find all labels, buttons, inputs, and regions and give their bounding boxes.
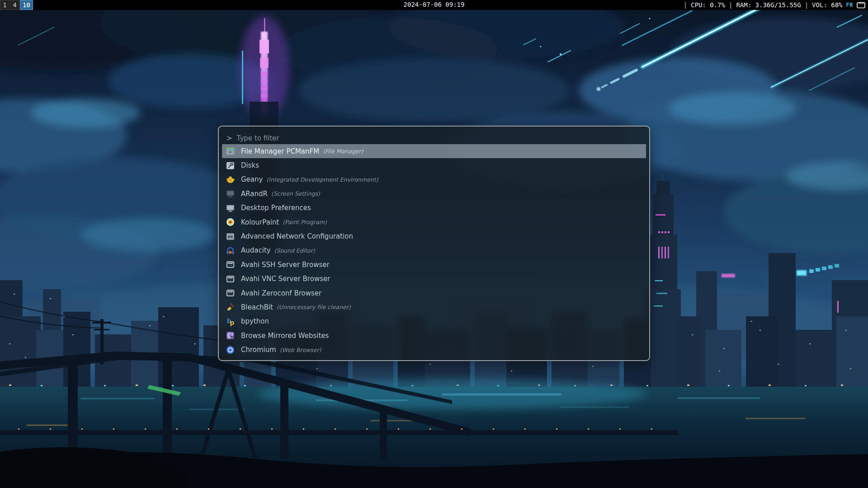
launcher-item-avahi-ssh-server-browser[interactable]: Avahi SSH Server Browser <box>222 258 646 272</box>
workspace-4[interactable]: 4 <box>10 0 19 10</box>
separator: | <box>684 1 687 9</box>
launcher-item-geany[interactable]: Geany (Integrated Development Environmen… <box>222 173 646 187</box>
app-launcher: > Type to filter File Manager PCManFM (F… <box>218 126 650 361</box>
launcher-item-arandr[interactable]: ARandR (Screen Settings) <box>222 187 646 201</box>
kolourpaint-icon <box>226 217 235 227</box>
pcmanfm-icon <box>226 146 235 156</box>
avahi-icon <box>226 274 235 284</box>
desktop-preferences-icon <box>226 203 235 213</box>
launcher-item-avahi-zeroconf-browser[interactable]: Avahi Zeroconf Browser <box>222 286 646 300</box>
launcher-item-browse-mirrored-websites[interactable]: Browse Mirrored Websites <box>222 328 646 343</box>
bpython-icon: bp <box>226 317 235 326</box>
launcher-item-disks[interactable]: Disks <box>222 158 646 172</box>
keyboard-layout-indicator[interactable]: FR <box>846 2 853 8</box>
launcher-item-file-manager-pcmanfm[interactable]: File Manager PCManFM (File Manager) <box>222 144 646 158</box>
workspace-10[interactable]: 10 <box>20 0 33 10</box>
chromium-icon <box>226 345 235 355</box>
launcher-item-avahi-vnc-server-browser[interactable]: Avahi VNC Server Browser <box>222 272 646 286</box>
geany-icon <box>226 175 235 184</box>
avahi-icon <box>226 260 235 269</box>
workspace-list: 1410 <box>0 0 33 10</box>
cpu-stat: CPU: 0.7% <box>691 1 725 9</box>
launcher-item-audacity[interactable]: Audacity (Sound Editor) <box>222 244 646 258</box>
workspace-1[interactable]: 1 <box>0 0 9 10</box>
launcher-item-kolourpaint[interactable]: KolourPaint (Paint Program) <box>222 215 646 229</box>
status-area: |CPU: 0.7%|RAM: 3.36G/15.55G|VOL: 68% FR <box>684 1 868 9</box>
filter-input[interactable]: > Type to filter <box>222 132 646 144</box>
bleachbit-icon <box>226 302 235 312</box>
svg-text:p: p <box>230 319 234 326</box>
desktop: 1410 2024-07-06 09:19 |CPU: 0.7%|RAM: 3.… <box>0 0 868 488</box>
audacity-icon <box>226 246 235 255</box>
arandr-icon <box>226 189 235 198</box>
status-segments: |CPU: 0.7%|RAM: 3.36G/15.55G|VOL: 68% <box>684 1 843 9</box>
separator: | <box>729 1 732 9</box>
launcher-item-chromium[interactable]: Chromium (Web Browser) <box>222 343 646 357</box>
top-bar: 1410 2024-07-06 09:19 |CPU: 0.7%|RAM: 3.… <box>0 0 868 10</box>
launcher-item-bpython[interactable]: bp bpython <box>222 314 646 328</box>
vol-stat: VOL: 68% <box>812 1 842 9</box>
launcher-item-advanced-network-configuration[interactable]: Advanced Network Configuration <box>222 229 646 243</box>
app-list: File Manager PCManFM (File Manager) Disk… <box>222 144 646 357</box>
clock: 2024-07-06 09:19 <box>404 1 465 8</box>
network-card-icon <box>226 232 235 241</box>
separator: | <box>805 1 808 9</box>
mirror-browse-icon <box>226 331 235 340</box>
disks-icon <box>226 161 235 170</box>
launcher-item-bleachbit[interactable]: BleachBit (Unnecessary file cleaner) <box>222 300 646 314</box>
launcher-item-desktop-preferences[interactable]: Desktop Preferences <box>222 201 646 215</box>
prompt-symbol: > <box>226 134 232 142</box>
ram-stat: RAM: 3.36G/15.55G <box>736 1 801 9</box>
avahi-icon <box>226 288 235 298</box>
filter-placeholder: Type to filter <box>237 134 279 142</box>
ethernet-icon[interactable] <box>857 2 865 9</box>
